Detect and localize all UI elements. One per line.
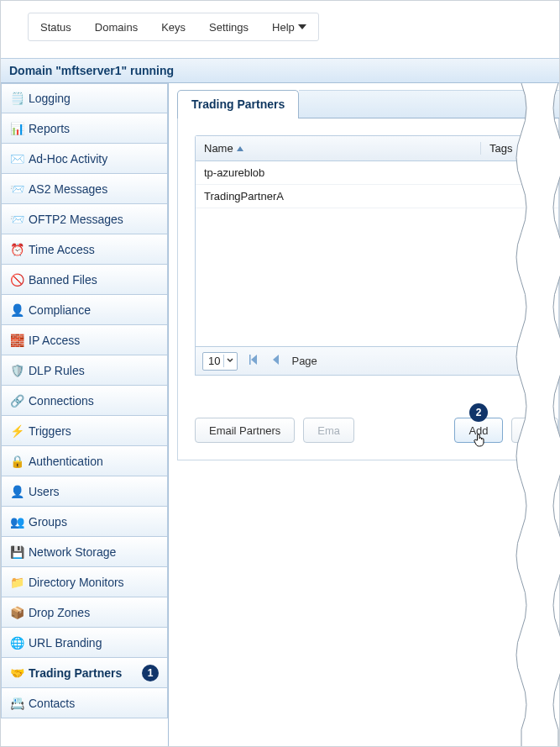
nav-status-label: Status <box>40 21 71 34</box>
nav-keys[interactable]: Keys <box>149 13 197 40</box>
table-row[interactable]: tp-azureblob <box>196 161 558 185</box>
sidebar-item-label: Directory Monitors <box>29 576 124 589</box>
pager: 10 Page <box>196 346 558 375</box>
nav-settings[interactable]: Settings <box>197 13 260 40</box>
sidebar-item-label: Users <box>29 485 60 498</box>
caret-down-icon <box>298 24 306 29</box>
pagesize-select[interactable]: 10 <box>202 352 238 371</box>
groups-icon: 👥 <box>10 515 24 529</box>
nav-keys-label: Keys <box>161 21 186 34</box>
sidebar-item-label: OFTP2 Messages <box>29 213 123 226</box>
tab-strip-bg <box>299 90 559 118</box>
sidebar-item-directory-monitors[interactable]: 📁Directory Monitors <box>1 567 168 597</box>
email-partners-label: Email Partners <box>209 424 280 437</box>
nav-help-label: Help <box>272 21 295 34</box>
sidebar-item-authentication[interactable]: 🔒Authentication <box>1 446 168 476</box>
add-button[interactable]: 2 Add <box>454 418 502 443</box>
pager-page-label: Page <box>291 355 317 367</box>
connections-icon: 🔗 <box>10 394 24 408</box>
sidebar-item-label: Drop Zones <box>29 606 90 619</box>
authentication-icon: 🔒 <box>10 455 24 468</box>
top-nav-wrap: Status Domains Keys Settings Help <box>1 1 559 58</box>
select-chevron-icon <box>223 355 233 367</box>
sidebar-item-label: Contacts <box>29 697 75 710</box>
partners-table: Name Tags tp-azureblobTradingPartnerA 10 <box>195 135 558 376</box>
tab-label: Trading Partners <box>191 97 285 111</box>
sidebar-item-dlp-rules[interactable]: 🛡️DLP Rules <box>1 355 168 386</box>
sidebar-item-trading-partners[interactable]: 🤝Trading Partners1 <box>1 658 168 688</box>
time-access-icon: ⏰ <box>10 243 24 256</box>
sidebar-item-ip-access[interactable]: 🧱IP Access <box>1 325 168 355</box>
sidebar-item-reports[interactable]: 📊Reports <box>1 113 168 144</box>
sidebar-item-drop-zones[interactable]: 📦Drop Zones <box>1 597 168 628</box>
nav-domains-label: Domains <box>95 21 138 34</box>
reports-icon: 📊 <box>10 122 24 135</box>
table-header: Name Tags <box>196 136 558 161</box>
banned-files-icon: 🚫 <box>10 273 24 287</box>
nav-domains[interactable]: Domains <box>83 13 149 40</box>
sidebar-item-url-branding[interactable]: 🌐URL Branding <box>1 628 168 658</box>
ip-access-icon: 🧱 <box>10 334 24 347</box>
nav-status[interactable]: Status <box>29 13 83 40</box>
sidebar-item-as2-messages[interactable]: 📨AS2 Messages <box>1 174 168 204</box>
sidebar-item-label: URL Branding <box>29 636 102 650</box>
cell-name: TradingPartnerA <box>196 190 481 203</box>
main-pane: Trading Partners Name Tags tp- <box>169 83 559 746</box>
sidebar-item-label: Network Storage <box>29 545 116 559</box>
panel-body: Name Tags tp-azureblobTradingPartnerA 10 <box>177 118 559 460</box>
table-row[interactable]: TradingPartnerA <box>196 185 558 208</box>
tab-trading-partners[interactable]: Trading Partners <box>177 90 299 118</box>
sidebar-item-label: Ad-Hoc Activity <box>29 152 107 166</box>
sidebar-item-network-storage[interactable]: 💾Network Storage <box>1 537 168 567</box>
nav-settings-label: Settings <box>209 21 249 34</box>
col-tags[interactable]: Tags <box>481 142 558 155</box>
sidebar-item-banned-files[interactable]: 🚫Banned Files <box>1 265 168 295</box>
users-icon: 👤 <box>10 485 24 498</box>
sidebar-item-contacts[interactable]: 📇Contacts <box>1 688 168 718</box>
sidebar-item-oftp2-messages[interactable]: 📨OFTP2 Messages <box>1 204 168 234</box>
hand-cursor-icon <box>474 433 487 450</box>
triggers-icon: ⚡ <box>10 424 24 438</box>
cell-name: tp-azureblob <box>196 166 481 179</box>
svg-marker-3 <box>251 355 257 365</box>
network-storage-icon: 💾 <box>10 545 24 559</box>
dlp-rules-icon: 🛡️ <box>10 364 24 377</box>
sidebar-item-label: Time Access <box>29 243 95 256</box>
edit-button[interactable]: Edit <box>511 418 558 443</box>
directory-monitors-icon: 📁 <box>10 576 24 589</box>
sidebar-item-ad-hoc-activity[interactable]: ✉️Ad-Hoc Activity <box>1 144 168 174</box>
email-label: Ema <box>317 424 340 437</box>
sidebar: 🗒️Logging📊Reports✉️Ad-Hoc Activity📨AS2 M… <box>1 83 169 746</box>
email-button[interactable]: Ema <box>303 418 354 443</box>
pager-first-icon[interactable] <box>246 355 261 367</box>
table-body: tp-azureblobTradingPartnerA <box>196 161 558 346</box>
pagesize-value: 10 <box>208 355 220 367</box>
sidebar-item-label: IP Access <box>29 334 80 347</box>
svg-marker-4 <box>273 355 279 365</box>
ad-hoc-activity-icon: ✉️ <box>10 152 24 166</box>
sidebar-item-time-access[interactable]: ⏰Time Access <box>1 234 168 265</box>
sidebar-item-logging[interactable]: 🗒️Logging <box>1 83 168 113</box>
pager-prev-icon[interactable] <box>270 355 283 367</box>
sidebar-item-groups[interactable]: 👥Groups <box>1 507 168 537</box>
sidebar-item-label: Reports <box>29 122 70 135</box>
sidebar-item-label: Logging <box>29 92 71 105</box>
col-name[interactable]: Name <box>196 142 481 155</box>
sidebar-item-label: AS2 Messages <box>29 182 107 196</box>
email-partners-button[interactable]: Email Partners <box>195 418 295 443</box>
contacts-icon: 📇 <box>10 697 24 710</box>
domain-status-text: Domain "mftserver1" running <box>9 64 174 77</box>
sidebar-item-users[interactable]: 👤Users <box>1 476 168 507</box>
callout-1: 1 <box>142 665 159 681</box>
col-tags-label: Tags <box>489 142 512 155</box>
col-name-label: Name <box>204 142 233 155</box>
nav-help[interactable]: Help <box>260 13 318 40</box>
sidebar-item-label: Banned Files <box>29 273 97 287</box>
sidebar-item-compliance[interactable]: 👤Compliance <box>1 295 168 325</box>
tab-strip: Trading Partners <box>177 90 559 118</box>
sidebar-item-triggers[interactable]: ⚡Triggers <box>1 416 168 446</box>
sidebar-item-label: Compliance <box>29 303 91 317</box>
sidebar-item-connections[interactable]: 🔗Connections <box>1 386 168 416</box>
drop-zones-icon: 📦 <box>10 606 24 619</box>
sort-asc-icon <box>237 146 243 151</box>
